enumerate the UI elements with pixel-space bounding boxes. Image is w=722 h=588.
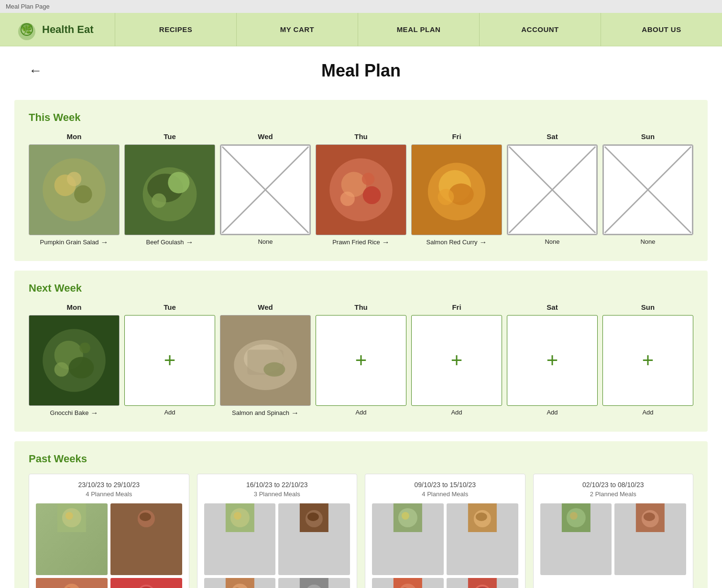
nav-account[interactable]: ACCOUNT	[479, 13, 601, 46]
meal-label-row-tue: Beef Goulash →	[124, 238, 215, 247]
this-week-sun: Sun None	[602, 132, 693, 247]
past-weeks-section: Past Weeks 23/10/23 to 29/10/23 4 Planne…	[14, 441, 708, 588]
add-plus-sat: +	[547, 350, 558, 370]
nav-recipes[interactable]: RECIPES	[115, 13, 236, 46]
svg-point-50	[66, 512, 73, 520]
svg-point-76	[476, 512, 487, 521]
past-img	[614, 503, 686, 575]
past-week-4-count: 2 Planned Meals	[540, 490, 687, 498]
back-button[interactable]: ←	[29, 63, 42, 78]
meal-name-thu: Prawn Fried Rice	[332, 239, 380, 247]
next-meal-name-thu: Add	[355, 409, 366, 417]
tab-title: Meal Plan Page	[6, 3, 50, 10]
next-meal-label-row-sat: Add	[507, 409, 598, 417]
next-meal-card-wed[interactable]	[220, 315, 311, 406]
logo-text: Health Eat	[42, 23, 94, 36]
past-week-4[interactable]: 02/10/23 to 08/10/23 2 Planned Meals	[533, 474, 694, 588]
past-week-2[interactable]: 16/10/23 to 22/10/23 3 Planned Meals	[197, 474, 358, 588]
next-meal-card-thu[interactable]: +	[316, 315, 406, 406]
meal-label-row-thu: Prawn Fried Rice →	[316, 238, 406, 247]
meal-card-wed[interactable]	[220, 144, 311, 235]
past-week-1-count: 4 Planned Meals	[36, 490, 182, 498]
next-meal-arrow-wed[interactable]: →	[291, 409, 299, 417]
this-week-mon: Mon Pumpkin Grain Salad →	[29, 132, 120, 247]
past-week-2-count: 3 Planned Meals	[204, 490, 350, 498]
meal-name-sun: None	[640, 238, 655, 246]
meal-card-sat[interactable]	[507, 144, 598, 235]
logo-icon: 🌿	[14, 17, 39, 42]
past-img	[540, 503, 612, 575]
next-meal-card-mon[interactable]	[29, 315, 120, 406]
next-meal-card-sun[interactable]: +	[602, 315, 693, 406]
svg-point-47	[263, 362, 285, 377]
past-weeks-grid: 23/10/23 to 29/10/23 4 Planned Meals	[29, 474, 693, 588]
day-label-sun: Sun	[641, 132, 655, 141]
past-week-3[interactable]: 09/10/23 to 15/10/23 4 Planned Meals	[365, 474, 525, 588]
svg-text:🌿: 🌿	[22, 24, 33, 35]
next-day-label-wed: Wed	[258, 303, 273, 311]
past-img	[447, 503, 518, 575]
svg-point-41	[55, 362, 69, 377]
next-meal-card-fri[interactable]: +	[411, 315, 502, 406]
next-meal-arrow-mon[interactable]: →	[90, 409, 98, 417]
meal-arrow-mon[interactable]: →	[100, 238, 108, 247]
meal-arrow-fri[interactable]: →	[479, 238, 487, 247]
past-img	[110, 578, 182, 588]
next-meal-name-sun: Add	[642, 409, 653, 417]
meal-card-fri[interactable]	[411, 144, 502, 235]
empty-cross-wed	[220, 145, 310, 235]
next-day-label-fri: Fri	[452, 303, 461, 311]
svg-point-22	[340, 192, 355, 206]
meal-arrow-thu[interactable]: →	[382, 238, 390, 247]
next-week-wed: Wed Salmon and Spinach →	[220, 303, 311, 417]
past-img	[372, 503, 444, 575]
svg-point-21	[363, 186, 381, 204]
meal-card-tue[interactable]	[124, 144, 215, 235]
next-meal-name-wed: Salmon and Spinach	[232, 409, 289, 417]
svg-point-23	[362, 173, 374, 185]
page-title: Meal Plan	[321, 61, 401, 81]
meal-name-fri: Salmon Red Curry	[427, 239, 478, 247]
nav-meal-plan[interactable]: MEAL PLAN	[358, 13, 479, 46]
this-week-fri: Fri Salmon Red Curry →	[411, 132, 502, 247]
past-week-2-images	[204, 503, 350, 588]
empty-cross-sun	[603, 145, 693, 235]
nav-about-us[interactable]: ABOUT US	[601, 13, 722, 46]
past-week-3-count: 4 Planned Meals	[372, 490, 518, 498]
meal-card-thu[interactable]	[316, 144, 406, 235]
empty-cross-sat	[507, 145, 597, 235]
next-meal-name-tue: Add	[164, 409, 175, 417]
meal-label-row-sun: None	[602, 238, 693, 246]
meal-name-tue: Beef Goulash	[146, 239, 184, 247]
next-meal-card-tue[interactable]: +	[124, 315, 215, 406]
next-day-label-tue: Tue	[164, 303, 176, 311]
next-day-label-mon: Mon	[67, 303, 82, 311]
meal-label-row-sat: None	[507, 238, 598, 246]
nav-my-cart[interactable]: MY CART	[236, 13, 358, 46]
svg-point-88	[644, 512, 655, 521]
day-label-sat: Sat	[547, 132, 558, 141]
meal-name-sat: None	[545, 238, 559, 246]
past-week-2-date: 16/10/23 to 22/10/23	[204, 481, 350, 489]
next-week-sat: Sat + Add	[507, 303, 598, 417]
past-week-3-date: 09/10/23 to 15/10/23	[372, 481, 518, 489]
meal-card-mon[interactable]	[29, 144, 120, 235]
past-img	[204, 503, 276, 575]
meal-arrow-tue[interactable]: →	[186, 238, 193, 247]
nav-logo[interactable]: 🌿 Health Eat	[0, 17, 115, 42]
past-week-1-images	[36, 503, 182, 588]
next-meal-card-sat[interactable]: +	[507, 315, 598, 406]
this-week-section: This Week Mon Pumpkin Grain Salad →	[14, 100, 708, 261]
svg-point-13	[152, 194, 166, 208]
next-meal-label-row-fri: Add	[411, 409, 502, 417]
svg-point-8	[67, 172, 81, 186]
past-img	[447, 578, 518, 588]
this-week-grid: Mon Pumpkin Grain Salad → Tue	[29, 132, 693, 247]
meal-name-wed: None	[258, 238, 273, 246]
meal-card-sun[interactable]	[602, 144, 693, 235]
next-week-grid: Mon Gnocchi Bake →	[29, 303, 693, 417]
add-plus-fri: +	[451, 350, 463, 370]
svg-point-73	[402, 512, 409, 520]
past-week-1[interactable]: 23/10/23 to 29/10/23 4 Planned Meals	[29, 474, 189, 588]
svg-point-65	[307, 512, 319, 521]
